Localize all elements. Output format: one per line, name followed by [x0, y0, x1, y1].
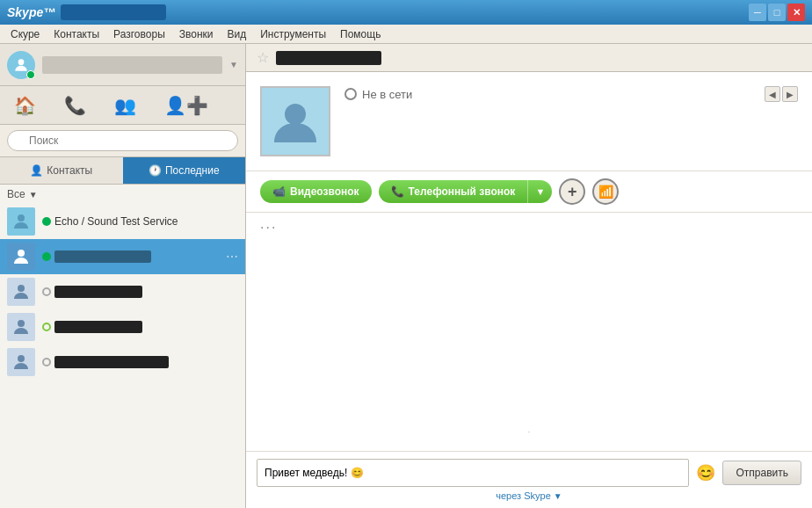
input-area: 😊 Отправить через Skype ▼ [246, 451, 812, 508]
profile-bar: ▼ [0, 44, 245, 86]
nav-next-icon[interactable]: ▶ [782, 86, 798, 102]
tab-contacts[interactable]: 👤 Контакты [0, 157, 123, 184]
group-label: Все [7, 188, 25, 200]
maximize-button[interactable]: □ [768, 4, 786, 21]
nav-prev-icon[interactable]: ◀ [765, 86, 780, 102]
tabs: 👤 Контакты 🕐 Последние [0, 157, 245, 185]
dots-row: ... [246, 213, 812, 236]
emoji-button[interactable]: 😊 [696, 463, 715, 483]
contact-name-bar [54, 250, 151, 263]
video-call-label: Видеозвонок [290, 185, 359, 198]
svg-point-3 [18, 285, 25, 292]
titlebar-controls: ─ □ ✕ [749, 4, 805, 21]
contact-options-icon[interactable]: ⋯ [226, 250, 238, 264]
call-icon[interactable]: 📞 [61, 91, 90, 120]
menu-skype[interactable]: Скype [4, 26, 47, 42]
group-header[interactable]: Все ▼ [0, 185, 245, 204]
chat-area: · [246, 236, 812, 451]
nav-arrows: ◀ ▶ [765, 86, 798, 102]
svg-point-4 [18, 320, 25, 327]
send-button[interactable]: Отправить [722, 461, 801, 485]
contact-avatar [7, 243, 35, 271]
svg-point-6 [285, 104, 306, 125]
contact-item[interactable]: Echo / Sound Test Service [0, 204, 245, 239]
status-bubble [344, 88, 357, 100]
status-indicator [42, 217, 51, 226]
profile-dropdown-icon[interactable]: ▼ [229, 60, 238, 69]
menu-calls[interactable]: Звонки [172, 26, 221, 42]
menu-conversations[interactable]: Разговоры [106, 26, 172, 42]
contact-name-bar [54, 286, 142, 298]
action-buttons: 📹 Видеозвонок 📞 Телефонный звонок ▼ + 📶 [246, 171, 812, 213]
tab-recent[interactable]: 🕐 Последние [123, 157, 246, 184]
contact-name [42, 286, 238, 298]
status-indicator [42, 252, 51, 261]
contact-name: Echo / Sound Test Service [42, 215, 238, 228]
titlebar-left: Skype™ [7, 4, 166, 20]
contact-name-text: Echo / Sound Test Service [54, 215, 178, 228]
star-icon[interactable]: ☆ [257, 49, 269, 66]
chat-input[interactable] [257, 459, 689, 487]
menu-contacts[interactable]: Контакты [47, 26, 106, 42]
signal-button[interactable]: 📶 [592, 178, 619, 205]
profile-avatar [7, 51, 35, 79]
profile-name [42, 56, 222, 74]
toolbar: 🏠 📞 👥 👤➕ [0, 86, 245, 125]
group-arrow-icon: ▼ [29, 190, 38, 200]
svg-point-2 [18, 250, 25, 257]
status-indicator [42, 358, 51, 366]
status-line: Не в сети ◀ ▶ [344, 86, 798, 102]
right-panel: ☆ Не в сети ◀ ▶ [246, 44, 812, 508]
titlebar: Skype™ ─ □ ✕ [0, 0, 812, 25]
close-button[interactable]: ✕ [787, 4, 805, 21]
search-input[interactable] [7, 130, 238, 151]
svg-point-1 [18, 214, 25, 221]
contact-avatar [7, 207, 35, 236]
contact-name [42, 250, 219, 263]
menu-view[interactable]: Вид [221, 26, 254, 42]
contact-item[interactable] [0, 345, 245, 380]
contact-item[interactable] [0, 274, 245, 309]
contacts-icon-tab: 👤 [30, 164, 43, 177]
contact-header-name [276, 51, 381, 65]
via-text: через [496, 490, 521, 501]
main-container: ▼ 🏠 📞 👥 👤➕ 🔍 👤 Контакты 🕐 Последние [0, 44, 812, 508]
add-contact-icon[interactable]: 👤➕ [161, 91, 212, 120]
chat-hint: · [260, 426, 798, 437]
contact-avatar [7, 313, 35, 341]
menubar: Скype Контакты Разговоры Звонки Вид Инст… [0, 25, 812, 44]
left-panel: ▼ 🏠 📞 👥 👤➕ 🔍 👤 Контакты 🕐 Последние [0, 44, 246, 508]
contact-item[interactable] [0, 309, 245, 345]
svg-point-5 [18, 355, 25, 362]
status-text: Не в сети [362, 88, 412, 101]
search-wrapper: 🔍 [7, 130, 238, 151]
status-indicator [42, 323, 51, 331]
menu-tools[interactable]: Инструменты [253, 26, 333, 42]
tab-recent-label: Последние [165, 164, 220, 177]
phone-call-dropdown-button[interactable]: ▼ [527, 180, 552, 203]
contact-info [42, 250, 219, 263]
contact-avatar [7, 348, 35, 376]
contact-name-bar [54, 356, 169, 368]
profile-right: Не в сети ◀ ▶ [344, 86, 798, 156]
contact-name [42, 356, 238, 368]
via-dropdown-icon[interactable]: ▼ [554, 491, 562, 501]
add-button[interactable]: + [559, 178, 585, 205]
minimize-button[interactable]: ─ [749, 4, 766, 21]
contacts-icon[interactable]: 👥 [111, 91, 140, 120]
contact-item[interactable]: ⋯ [0, 239, 245, 274]
contact-info: Echo / Sound Test Service [42, 215, 238, 228]
video-call-button[interactable]: 📹 Видеозвонок [260, 180, 372, 203]
contact-info [42, 321, 238, 333]
contact-avatar [7, 278, 35, 306]
phone-call-button[interactable]: 📞 Телефонный звонок [379, 180, 528, 203]
phone-call-group: 📞 Телефонный звонок ▼ [379, 180, 553, 203]
contacts-list: Все ▼ Echo / Sound Test Service [0, 185, 245, 508]
contact-info [42, 286, 238, 298]
menu-help[interactable]: Помощь [333, 26, 388, 42]
home-icon[interactable]: 🏠 [11, 91, 40, 120]
phone-icon: 📞 [391, 185, 404, 198]
phone-call-label: Телефонный звонок [409, 185, 516, 198]
skype-link[interactable]: Skype [524, 490, 551, 501]
profile-area: Не в сети ◀ ▶ [246, 72, 812, 171]
